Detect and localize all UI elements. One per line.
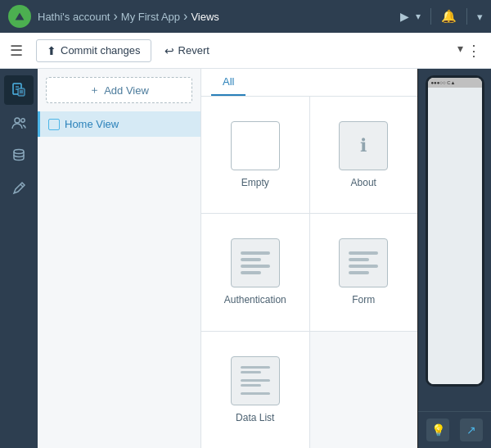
icon-sidebar xyxy=(0,69,38,448)
toolbar-ellipsis[interactable]: ⋮ xyxy=(466,42,481,60)
template-about[interactable]: ℹ About xyxy=(310,97,418,213)
svg-line-11 xyxy=(20,184,23,187)
list-line1 xyxy=(241,366,270,369)
sep2: › xyxy=(183,9,187,24)
template-empty[interactable]: Empty xyxy=(201,97,309,213)
templates-grid: Empty ℹ About Authen xyxy=(201,97,417,448)
deploy-icon[interactable]: ▶ xyxy=(400,10,409,23)
list-icon xyxy=(241,366,270,395)
view-checkbox xyxy=(48,119,60,130)
form-line3 xyxy=(349,265,378,268)
template-spacer xyxy=(310,332,418,448)
tab-all[interactable]: All xyxy=(211,69,246,96)
external-icon: ↗ xyxy=(466,423,476,437)
sidebar-item-design[interactable] xyxy=(4,174,34,203)
phone-shell: ●●●○○ C▲ xyxy=(426,75,484,387)
auth-line3 xyxy=(241,265,270,268)
logo xyxy=(8,5,31,28)
phone-bottom-icons: 💡 ↗ xyxy=(418,411,491,448)
account-name[interactable]: Hathi's account xyxy=(38,11,110,23)
auth-template-label: Authentication xyxy=(224,294,286,305)
datalist-template-label: Data List xyxy=(236,412,274,423)
add-view-label: Add View xyxy=(104,84,149,97)
add-view-button[interactable]: ＋ Add View xyxy=(46,77,192,103)
empty-template-label: Empty xyxy=(241,177,269,188)
info-icon: ℹ xyxy=(360,135,367,156)
nav-divider xyxy=(430,8,431,25)
form-template-icon xyxy=(339,238,388,287)
phone-external-icon[interactable]: ↗ xyxy=(460,419,483,441)
bulb-icon: 💡 xyxy=(431,423,445,437)
template-datalist[interactable]: Data List xyxy=(201,332,309,448)
list-line4 xyxy=(241,384,261,387)
phone-body xyxy=(428,88,482,384)
list-line3 xyxy=(241,379,270,382)
phone-status-bar: ●●●○○ C▲ xyxy=(428,78,482,88)
auth-template-icon xyxy=(231,238,280,287)
bell-icon[interactable]: 🔔 xyxy=(441,9,457,24)
svg-point-10 xyxy=(14,150,24,154)
toolbar-chevron[interactable]: ▾ xyxy=(457,42,463,60)
plus-icon: ＋ xyxy=(89,83,100,97)
auth-lines-icon xyxy=(241,251,270,274)
phone-preview: ●●●○○ C▲ 💡 ↗ xyxy=(417,69,491,448)
toolbar: ☰ ⬆ Commit changes ↩ Revert ▾ ⋮ xyxy=(0,33,491,69)
datalist-template-icon xyxy=(231,356,280,405)
auth-line1 xyxy=(241,251,270,255)
auth-line2 xyxy=(241,258,261,261)
account-chevron[interactable]: ▾ xyxy=(477,11,483,23)
svg-point-9 xyxy=(21,119,25,122)
revert-button[interactable]: ↩ Revert xyxy=(158,40,216,61)
form-template-label: Form xyxy=(352,294,375,305)
content-area: All Empty ℹ About xyxy=(201,69,417,448)
auth-line4 xyxy=(241,271,261,274)
about-template-icon: ℹ xyxy=(339,121,388,170)
phone-status-text: ●●●○○ C▲ xyxy=(431,80,456,85)
top-nav: Hathi's account › My First App › Views ▶… xyxy=(0,0,491,33)
revert-label: Revert xyxy=(178,44,209,57)
commit-icon: ⬆ xyxy=(47,44,56,57)
app-link[interactable]: My First App xyxy=(121,11,180,23)
content-tabs: All xyxy=(201,69,417,97)
list-line2 xyxy=(241,371,261,373)
sidebar-item-users[interactable] xyxy=(4,108,34,138)
nav-divider2 xyxy=(466,8,467,25)
current-page: Views xyxy=(191,11,218,23)
main-layout: ＋ Add View Home View All Empty ℹ About xyxy=(0,69,491,448)
commit-label: Commit changes xyxy=(61,44,141,57)
svg-point-8 xyxy=(15,118,20,123)
form-lines-icon xyxy=(349,251,378,274)
top-nav-right: ▶ ▾ 🔔 ▾ xyxy=(400,8,483,25)
empty-template-icon xyxy=(231,121,280,170)
commit-button[interactable]: ⬆ Commit changes xyxy=(36,39,151,62)
form-line1 xyxy=(349,251,378,255)
views-panel: ＋ Add View Home View xyxy=(38,69,201,448)
view-item-home[interactable]: Home View xyxy=(38,111,200,137)
phone-bulb-icon[interactable]: 💡 xyxy=(426,419,449,441)
revert-icon: ↩ xyxy=(164,44,174,57)
list-line5 xyxy=(241,392,270,395)
template-form[interactable]: Form xyxy=(310,214,418,330)
template-authentication[interactable]: Authentication xyxy=(201,214,309,330)
form-line4 xyxy=(349,271,369,274)
view-name: Home View xyxy=(65,118,119,130)
deploy-chevron[interactable]: ▾ xyxy=(416,11,421,22)
toolbar-right: ▾ ⋮ xyxy=(457,42,481,60)
about-template-label: About xyxy=(351,177,376,188)
sidebar-item-database[interactable] xyxy=(4,141,34,170)
sidebar-item-pages[interactable] xyxy=(4,75,34,105)
form-line2 xyxy=(349,258,369,261)
hamburger-icon[interactable]: ☰ xyxy=(10,42,23,60)
sep1: › xyxy=(113,9,117,24)
